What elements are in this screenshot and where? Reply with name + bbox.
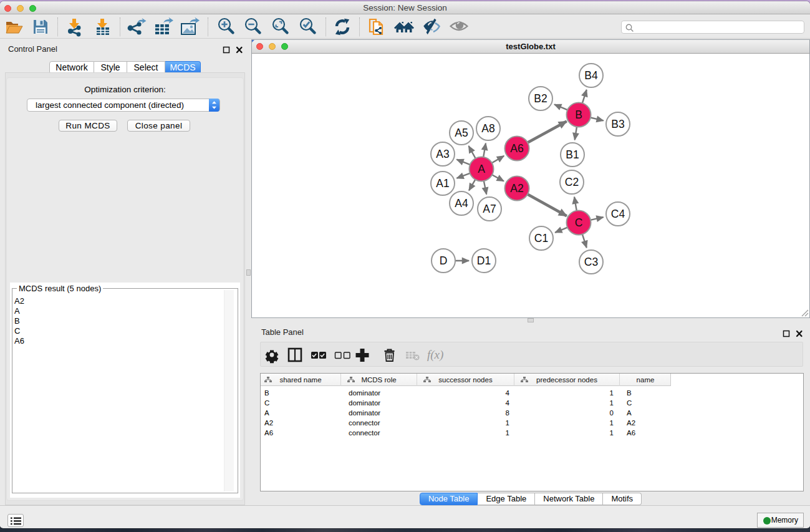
svg-text:A4: A4 [455,197,468,210]
svg-text:A6: A6 [510,142,523,155]
svg-text:A1: A1 [436,177,449,190]
svg-text:A: A [478,163,485,175]
svg-text:C1: C1 [534,232,548,244]
svg-text:B: B [575,109,582,121]
svg-text:A5: A5 [455,127,468,139]
svg-text:B3: B3 [611,118,624,130]
svg-text:A7: A7 [483,203,496,215]
svg-text:B4: B4 [584,69,598,82]
svg-text:C4: C4 [611,208,625,220]
svg-text:C2: C2 [565,176,579,188]
svg-text:A3: A3 [436,148,449,160]
svg-text:A2: A2 [510,182,523,195]
svg-text:D1: D1 [477,254,491,267]
svg-text:B1: B1 [566,148,579,161]
svg-text:f(x): f(x) [427,348,443,362]
svg-text:A8: A8 [481,122,494,135]
svg-text:D: D [440,254,448,267]
svg-text:C3: C3 [584,256,598,268]
svg-text:C: C [575,216,583,229]
svg-text:B2: B2 [534,92,547,105]
